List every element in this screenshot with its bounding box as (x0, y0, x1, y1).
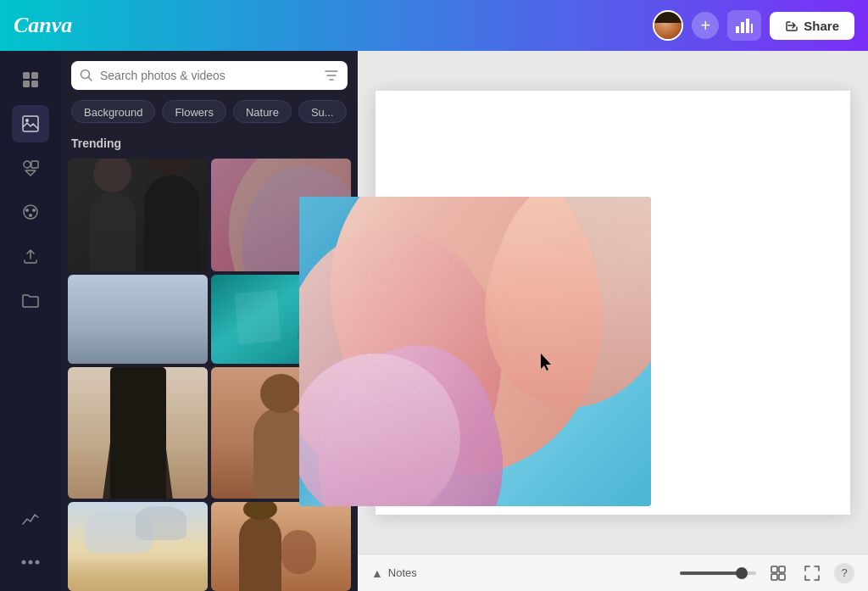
list-item[interactable] (68, 367, 208, 499)
icon-sidebar (0, 51, 61, 591)
image-icon (21, 114, 40, 133)
svg-rect-26 (779, 574, 785, 580)
elements-icon (21, 159, 40, 177)
svg-point-9 (25, 119, 29, 122)
trending-label: Trending (61, 133, 358, 159)
chip-background[interactable]: Background (71, 100, 155, 123)
fullscreen-button[interactable] (800, 561, 824, 585)
help-button[interactable]: ? (834, 563, 854, 583)
share-button[interactable]: Share (770, 12, 854, 40)
sidebar-item-photos[interactable] (12, 105, 49, 142)
svg-rect-11 (31, 161, 38, 168)
svg-point-14 (32, 209, 36, 212)
svg-rect-25 (771, 574, 777, 580)
svg-rect-4 (23, 72, 30, 79)
chart-icon (21, 509, 40, 527)
svg-rect-7 (31, 81, 38, 87)
zoom-slider[interactable] (680, 571, 756, 575)
svg-point-17 (29, 560, 33, 565)
svg-rect-8 (23, 116, 38, 131)
svg-rect-1 (741, 22, 744, 33)
list-item[interactable] (68, 159, 208, 271)
svg-rect-5 (31, 72, 38, 79)
chevron-up-icon[interactable]: ▲ (371, 566, 383, 580)
list-item[interactable] (211, 502, 351, 591)
bottom-bar: ▲ Notes (358, 554, 868, 591)
zoom-fill (680, 571, 741, 575)
svg-point-13 (25, 209, 29, 212)
header: Canva + Share (0, 0, 868, 51)
logo: Canva (14, 13, 72, 38)
svg-point-15 (29, 214, 32, 217)
bar-chart-icon (736, 18, 753, 33)
list-item[interactable] (68, 275, 208, 364)
grid-icon (21, 70, 40, 89)
expand-icon (804, 566, 820, 581)
category-chips: Background Flowers Nature Su... (61, 100, 358, 133)
mushroom-image[interactable] (299, 197, 651, 506)
canvas-page (376, 91, 850, 515)
grid-view-button[interactable] (766, 561, 790, 585)
zoom-track (680, 571, 756, 575)
search-icon (80, 69, 93, 82)
share-icon (785, 19, 798, 32)
svg-rect-2 (746, 19, 749, 33)
header-right: + Share (653, 10, 854, 41)
sidebar-item-uploads[interactable] (12, 237, 49, 275)
more-icon (21, 560, 40, 565)
add-button[interactable]: + (692, 12, 719, 39)
sidebar-item-home[interactable] (12, 61, 49, 98)
canvas-area: ▲ Notes (358, 51, 868, 591)
svg-point-18 (36, 560, 40, 565)
filter-icon[interactable] (324, 68, 339, 83)
palette-icon (21, 203, 40, 221)
canvas-workspace[interactable] (358, 51, 868, 554)
search-bar (71, 61, 348, 90)
sidebar-item-more[interactable] (12, 544, 49, 581)
folder-icon (21, 291, 40, 309)
grid-view-icon (771, 566, 786, 581)
bottom-right-controls: ? (680, 561, 854, 585)
zoom-thumb[interactable] (736, 567, 748, 579)
analytics-button[interactable] (727, 10, 761, 41)
avatar[interactable] (653, 10, 683, 41)
chip-flowers[interactable]: Flowers (162, 100, 226, 123)
chip-more[interactable]: Su... (298, 100, 347, 123)
sidebar-item-charts[interactable] (12, 499, 49, 537)
chip-nature[interactable]: Nature (233, 100, 292, 123)
svg-point-16 (22, 560, 26, 565)
sidebar-item-brand[interactable] (12, 193, 49, 231)
svg-rect-6 (23, 81, 30, 87)
sidebar-item-projects[interactable] (12, 282, 49, 319)
svg-rect-3 (751, 24, 753, 33)
upload-icon (21, 247, 40, 265)
svg-rect-0 (736, 26, 739, 33)
svg-point-10 (24, 161, 31, 168)
main-layout: Background Flowers Nature Su... Trending (0, 51, 868, 591)
notes-label: Notes (388, 566, 417, 579)
svg-rect-23 (771, 566, 777, 572)
svg-rect-24 (779, 566, 785, 572)
list-item[interactable] (68, 502, 208, 591)
search-input[interactable] (100, 69, 317, 82)
sidebar-item-elements[interactable] (12, 149, 49, 187)
